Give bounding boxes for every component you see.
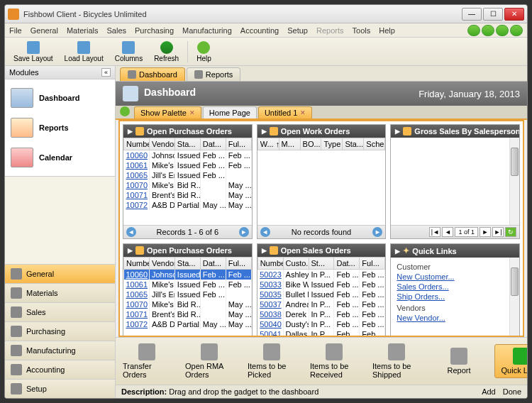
quicklink[interactable]: Sales Orders... bbox=[397, 282, 514, 292]
close-icon[interactable]: ✕ bbox=[189, 109, 195, 116]
table-row[interactable]: 10065Jill's Ener...IssuedFeb ... bbox=[124, 170, 252, 180]
nav-forward-button[interactable] bbox=[482, 25, 494, 36]
save-layout-button[interactable]: Save Layout bbox=[9, 40, 57, 64]
menu-general[interactable]: General bbox=[31, 26, 58, 35]
export-button[interactable]: ↻ bbox=[505, 227, 516, 237]
done-link[interactable]: Done bbox=[503, 387, 521, 396]
nav-back-button[interactable] bbox=[467, 25, 480, 36]
next-page-button[interactable]: ► bbox=[372, 227, 382, 237]
column-header[interactable]: Vendor ... bbox=[149, 258, 174, 270]
sidebar-item-purchasing[interactable]: Purchasing bbox=[5, 321, 115, 341]
column-header[interactable]: Number ↑ bbox=[124, 138, 150, 150]
column-header[interactable]: Sta... bbox=[174, 138, 200, 150]
table-row[interactable]: 50035Bullet Bi...IssuedFeb ...Feb ... bbox=[257, 289, 385, 299]
column-header[interactable]: Ful... bbox=[226, 258, 251, 270]
table-row[interactable]: 50038Derek D...In P...Feb ...Feb ... bbox=[257, 309, 385, 319]
tab-dashboard[interactable]: Dashboard bbox=[120, 67, 185, 81]
table-row[interactable]: 10060Johnson ...IssuedFeb ...Feb ... bbox=[124, 150, 252, 161]
gadget-items-to-be-shipped[interactable]: Items to be Shipped bbox=[370, 341, 423, 382]
table-row[interactable]: 10071Brent's Bi...Bid R...May ... bbox=[124, 190, 252, 200]
column-header[interactable]: Ful... bbox=[226, 138, 251, 150]
refresh-button[interactable]: Refresh bbox=[150, 40, 183, 64]
column-header[interactable]: Sche... bbox=[364, 138, 385, 150]
column-header[interactable]: Sta... bbox=[343, 138, 364, 150]
menu-help[interactable]: Help bbox=[379, 26, 395, 35]
next-page-button[interactable]: ► bbox=[239, 227, 249, 237]
gadget-items-to-be-picked[interactable]: Items to be Picked bbox=[245, 341, 299, 382]
quicklink[interactable]: Ship Orders... bbox=[397, 292, 514, 302]
column-header[interactable]: Vendor ... bbox=[149, 138, 174, 150]
table-row[interactable]: 10072A&B Distr...PartialMay ...May ... bbox=[124, 200, 252, 210]
first-page-button[interactable]: |◄ bbox=[429, 227, 440, 237]
column-header[interactable]: Type bbox=[321, 138, 343, 150]
column-header[interactable]: Ful... bbox=[360, 258, 385, 270]
table-row[interactable]: 10072A&B Distr...PartialMay ...May ... bbox=[124, 319, 252, 329]
table-row[interactable]: 10070Mike's BikesBid R...May ... bbox=[124, 299, 252, 309]
prev-page-button[interactable]: ◄ bbox=[442, 227, 453, 237]
table-row[interactable]: 50040Dusty's ...In P...Feb ...Feb ... bbox=[257, 319, 385, 329]
column-header[interactable]: Dat... bbox=[200, 138, 226, 150]
menu-materials[interactable]: Materials bbox=[67, 26, 99, 35]
column-header[interactable]: W... ↑ bbox=[257, 138, 279, 150]
maximize-button[interactable]: ☐ bbox=[483, 8, 503, 21]
menu-setup[interactable]: Setup bbox=[287, 26, 308, 35]
table-row[interactable]: 10071Brent's Bi...Bid R...May ... bbox=[124, 309, 252, 319]
sidebar-item-sales[interactable]: Sales bbox=[5, 302, 115, 321]
module-reports[interactable]: Reports bbox=[8, 115, 112, 140]
module-dashboard[interactable]: Dashboard bbox=[8, 85, 112, 111]
minimize-button[interactable]: — bbox=[462, 8, 482, 21]
table-row[interactable]: 50041Dallas CIn PFebFeb bbox=[257, 329, 385, 337]
gadget-items-to-be-received[interactable]: Items to be Received bbox=[307, 341, 361, 382]
column-header[interactable]: BO... bbox=[300, 138, 321, 150]
sidebar-item-general[interactable]: General bbox=[5, 264, 115, 283]
sidebar-item-materials[interactable]: Materials bbox=[5, 283, 115, 302]
menu-accounting[interactable]: Accounting bbox=[240, 26, 279, 35]
untitled-tab[interactable]: Untitled 1✕ bbox=[258, 106, 312, 118]
gadget-open-rma-orders[interactable]: Open RMA Orders bbox=[182, 341, 236, 382]
table-row[interactable]: 10061Mike's BikesIssuedFeb ...Feb ... bbox=[124, 160, 252, 170]
column-header[interactable]: Custo... bbox=[283, 258, 309, 270]
collapse-sidebar-button[interactable]: « bbox=[101, 68, 111, 77]
table-row[interactable]: 50037Andrea ...In P...Feb ...Feb ... bbox=[257, 299, 385, 309]
nav-home-button[interactable] bbox=[510, 25, 523, 36]
table-row[interactable]: 50033Bike WorldIssuedFeb ...Feb ... bbox=[257, 280, 385, 289]
table-row[interactable]: 10070Mike's BikesBid R...May ... bbox=[124, 180, 252, 190]
column-header[interactable]: Dat... bbox=[200, 258, 226, 270]
column-header[interactable]: Dat... bbox=[334, 258, 360, 270]
menu-manufacturing[interactable]: Manufacturing bbox=[182, 26, 232, 35]
sidebar-item-setup[interactable]: Setup bbox=[5, 379, 115, 398]
sidebar-item-accounting[interactable]: Accounting bbox=[5, 360, 115, 379]
show-palette-tab[interactable]: Show Palette✕ bbox=[134, 106, 201, 118]
menu-purchasing[interactable]: Purchasing bbox=[135, 26, 174, 35]
sidebar-item-manufacturing[interactable]: Manufacturing bbox=[5, 341, 115, 360]
module-calendar[interactable]: Calendar bbox=[8, 145, 112, 170]
gadget-transfer-orders[interactable]: Transfer Orders bbox=[120, 341, 174, 382]
scrollbar[interactable] bbox=[509, 138, 519, 225]
table-row[interactable]: 10065Jill's Ener...IssuedFeb ... bbox=[124, 289, 252, 299]
column-header[interactable]: St... bbox=[309, 258, 334, 270]
quicklink[interactable]: New Vendor... bbox=[397, 313, 514, 323]
load-layout-button[interactable]: Load Layout bbox=[60, 40, 108, 64]
prev-page-button[interactable]: ◄ bbox=[126, 227, 136, 237]
column-header[interactable]: M... bbox=[279, 138, 300, 150]
gadget-report[interactable]: Report bbox=[432, 345, 486, 377]
menu-tools[interactable]: Tools bbox=[353, 26, 371, 35]
table-row[interactable]: 50023Ashley ...In P...Feb ...Feb ... bbox=[257, 270, 385, 280]
menu-file[interactable]: File bbox=[9, 26, 22, 35]
prev-page-button[interactable]: ◄ bbox=[260, 227, 270, 237]
column-header[interactable]: Number ↑ bbox=[124, 258, 150, 270]
home-page-tab[interactable]: Home Page bbox=[203, 106, 257, 118]
help-button[interactable]: Help bbox=[192, 40, 216, 64]
close-button[interactable]: ✕ bbox=[504, 8, 524, 21]
column-header[interactable]: Sta... bbox=[174, 258, 200, 270]
menu-sales[interactable]: Sales bbox=[107, 26, 127, 35]
scrollbar[interactable] bbox=[509, 258, 519, 337]
close-icon[interactable]: ✕ bbox=[300, 109, 306, 116]
add-link[interactable]: Add bbox=[482, 387, 496, 396]
table-row[interactable]: 10060Johnson ...IssuedFeb ...Feb ... bbox=[124, 270, 252, 280]
nav-refresh-button[interactable] bbox=[496, 25, 509, 36]
tab-reports[interactable]: Reports bbox=[187, 67, 241, 81]
columns-button[interactable]: Columns bbox=[111, 40, 147, 64]
add-tab-button[interactable] bbox=[120, 106, 130, 116]
next-page-button[interactable]: ► bbox=[480, 227, 491, 237]
